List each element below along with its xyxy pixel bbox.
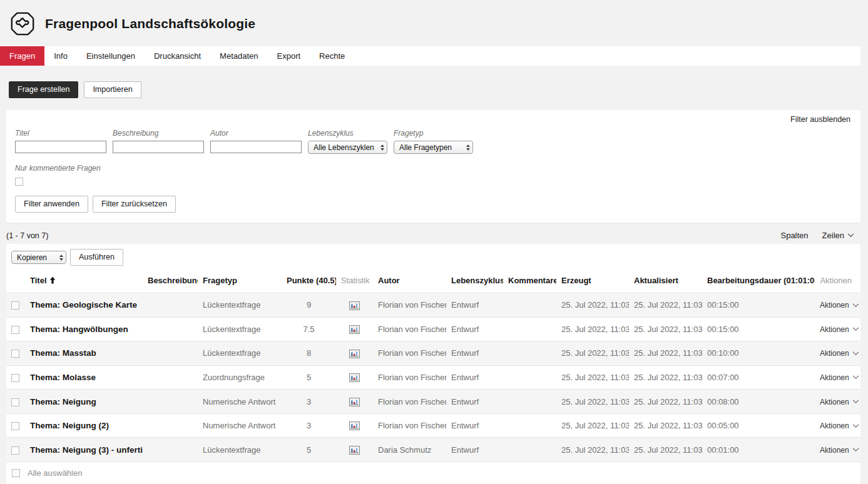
column-header-updated[interactable]: Aktualisiert — [629, 268, 702, 293]
description-filter-input[interactable] — [113, 141, 204, 153]
column-header-points[interactable]: Punkte (40.5) — [282, 268, 336, 293]
column-header-title[interactable]: Titel — [25, 268, 143, 293]
statistics-chart-icon[interactable] — [349, 301, 360, 310]
row-checkbox[interactable] — [11, 446, 19, 455]
question-title[interactable]: Thema: Neigung — [25, 390, 143, 414]
statistics-chart-icon[interactable] — [349, 446, 360, 455]
tab-druckansicht[interactable]: Druckansicht — [145, 46, 210, 66]
row-actions-dropdown[interactable]: Aktionen — [820, 349, 859, 358]
question-comments — [503, 365, 556, 390]
question-points: 7.5 — [282, 317, 336, 341]
table-row: Thema: Geologische Karte Lückentextfrage… — [6, 293, 860, 318]
column-header-created[interactable]: Erzeugt — [556, 268, 629, 293]
question-points: 9 — [282, 293, 336, 318]
select-all-checkbox[interactable] — [12, 469, 20, 477]
chevron-down-icon — [852, 303, 859, 308]
row-checkbox[interactable] — [11, 398, 19, 406]
filter-field-questiontype: Fragetyp Alle Fragetypen — [394, 129, 473, 154]
question-duration: 00:05:00 — [702, 413, 815, 438]
table-row: Thema: Hangwölbungen Lückentextfrage 7.5… — [6, 317, 860, 341]
tab-export[interactable]: Export — [268, 46, 310, 66]
column-header-description[interactable]: Beschreibung — [143, 268, 198, 293]
row-actions-dropdown[interactable]: Aktionen — [820, 446, 859, 455]
row-actions-dropdown[interactable]: Aktionen — [820, 421, 859, 430]
import-button[interactable]: Importieren — [84, 81, 141, 98]
question-title[interactable]: Thema: Molasse — [25, 365, 143, 390]
commented-filter-checkbox[interactable] — [15, 178, 23, 186]
rows-selector[interactable]: Zeilen — [822, 231, 854, 240]
tab-einstellungen[interactable]: Einstellungen — [77, 46, 145, 66]
column-header-author[interactable]: Autor — [373, 268, 446, 293]
row-actions-dropdown[interactable]: Aktionen — [820, 398, 859, 406]
question-type: Numerische Antwort — [198, 413, 282, 438]
column-header-type[interactable]: Fragetyp — [198, 268, 282, 293]
question-description — [143, 317, 198, 341]
statistics-chart-icon[interactable] — [349, 325, 360, 334]
question-lifecycle: Entwurf — [446, 293, 503, 318]
row-checkbox[interactable] — [11, 374, 19, 382]
table-row: Thema: Masstab Lückentextfrage 8 Florian… — [6, 341, 860, 366]
columns-selector[interactable]: Spalten — [780, 231, 808, 240]
create-question-button[interactable]: Frage erstellen — [9, 81, 78, 98]
question-created: 25. Jul 2022, 11:03 — [556, 341, 629, 366]
column-header-comments[interactable]: Kommentare — [503, 268, 556, 293]
execute-button-top[interactable]: Ausführen — [70, 249, 123, 266]
description-filter-label: Beschreibung — [113, 129, 204, 138]
bulk-action-select-top[interactable]: Kopieren — [11, 251, 66, 264]
column-header-statistics: Statistik — [336, 268, 373, 293]
apply-filter-button[interactable]: Filter anwenden — [15, 196, 88, 213]
statistics-chart-icon[interactable] — [349, 398, 360, 406]
question-title[interactable]: Thema: Hangwölbungen — [25, 317, 143, 341]
author-filter-input[interactable] — [210, 141, 302, 153]
table-row: Thema: Neigung (2) Numerische Antwort 3 … — [6, 413, 860, 438]
question-type: Lückentextfrage — [198, 293, 282, 318]
question-duration: 00:07:00 — [702, 365, 815, 390]
question-author: Florian von Fischer — [373, 390, 446, 414]
lifecycle-filter-select[interactable]: Alle Lebenszyklen — [308, 141, 387, 154]
row-checkbox[interactable] — [11, 326, 19, 334]
table-row: Thema: Neigung Numerische Antwort 3 Flor… — [6, 390, 860, 414]
statistics-chart-icon[interactable] — [349, 350, 360, 358]
question-author: Florian von Fischer — [373, 341, 446, 366]
filter-panel: Filter ausblenden Titel Beschreibung Aut… — [6, 110, 860, 223]
questiontype-filter-select[interactable]: Alle Fragetypen — [394, 141, 473, 154]
question-description — [143, 438, 198, 461]
column-header-lifecycle[interactable]: Lebenszyklus — [446, 268, 503, 293]
tab-metadaten[interactable]: Metadaten — [210, 46, 267, 66]
question-title[interactable]: Thema: Masstab — [25, 341, 143, 366]
row-actions-dropdown[interactable]: Aktionen — [820, 373, 859, 382]
question-type: Lückentextfrage — [198, 317, 282, 341]
question-title[interactable]: Thema: Neigung (2) — [25, 413, 143, 438]
question-description — [143, 390, 198, 414]
tab-info[interactable]: Info — [44, 46, 77, 66]
hide-filter-link[interactable]: Filter ausblenden — [790, 115, 850, 124]
tab-rechte[interactable]: Rechte — [310, 46, 354, 66]
question-title[interactable]: Thema: Neigung (3) - unfertig — [25, 438, 143, 461]
chevron-down-icon — [852, 400, 859, 404]
question-author: Daria Schmutz — [373, 438, 446, 461]
row-checkbox[interactable] — [11, 301, 19, 310]
question-table-panel: Kopieren Ausführen Titel Beschreibung Fr… — [6, 244, 860, 484]
statistics-chart-icon[interactable] — [349, 421, 360, 430]
question-created: 25. Jul 2022, 11:03 — [556, 390, 629, 414]
title-filter-input[interactable] — [15, 141, 106, 153]
questiontype-filter-value: Alle Fragetypen — [399, 143, 452, 152]
question-points: 3 — [282, 390, 336, 414]
row-actions-dropdown[interactable]: Aktionen — [820, 325, 859, 334]
question-comments — [503, 438, 556, 461]
question-points: 8 — [282, 341, 336, 366]
toolbar: Frage erstellen Importieren — [0, 66, 868, 98]
column-header-duration[interactable]: Bearbeitungsdauer (01:01:00) — [702, 268, 815, 293]
row-checkbox[interactable] — [11, 422, 19, 430]
question-title[interactable]: Thema: Geologische Karte — [25, 293, 143, 318]
row-checkbox[interactable] — [11, 350, 19, 358]
question-statistics-cell — [336, 341, 373, 366]
tab-fragen[interactable]: Fragen — [0, 46, 44, 66]
question-created: 25. Jul 2022, 11:03 — [556, 438, 629, 461]
question-table: Titel Beschreibung Fragetyp Punkte (40.5… — [6, 268, 860, 461]
reset-filter-button[interactable]: Filter zurücksetzen — [93, 196, 176, 213]
filter-field-commented: Nur kommentierte Fragen — [15, 164, 852, 186]
statistics-chart-icon[interactable] — [349, 373, 360, 382]
sort-ascending-icon — [49, 276, 56, 284]
row-actions-dropdown[interactable]: Aktionen — [820, 301, 859, 310]
